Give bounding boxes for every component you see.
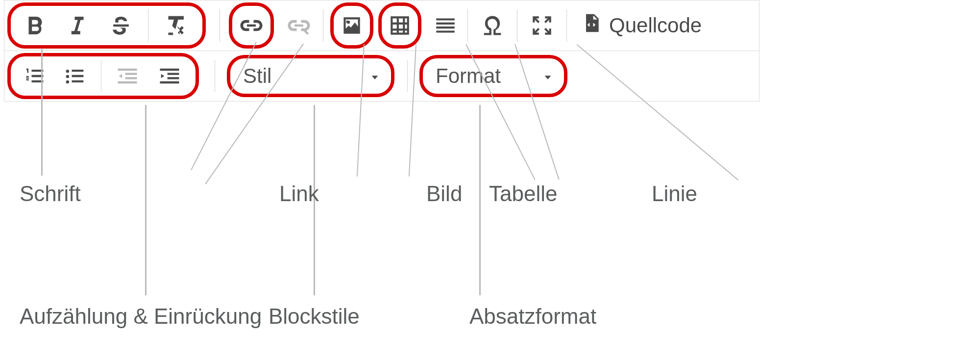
unordered-list-button[interactable] — [54, 58, 96, 94]
chevron-down-icon — [542, 64, 553, 88]
unlink-button[interactable] — [280, 8, 318, 43]
style-dropdown-label: Stil — [243, 64, 271, 88]
format-dropdown[interactable]: Format — [419, 55, 567, 97]
annotation-schrift: Schrift — [20, 181, 81, 206]
italic-button[interactable] — [55, 8, 99, 43]
separator — [101, 60, 101, 92]
list-indent-group — [7, 53, 199, 99]
separator — [517, 9, 517, 42]
image-group — [330, 2, 373, 49]
unordered-list-icon — [62, 63, 88, 89]
diagram-stage: Quellcode — [0, 0, 980, 337]
outdent-button[interactable] — [106, 58, 148, 94]
leader-line — [145, 105, 147, 295]
separator — [148, 9, 148, 42]
maximize-icon — [530, 13, 554, 38]
maximize-button[interactable] — [522, 8, 562, 43]
toolbar-row-2: Stil Format — [4, 51, 759, 101]
annotation-absatzformat: Absatzformat — [469, 304, 596, 329]
outdent-icon — [115, 63, 140, 89]
strikethrough-button[interactable] — [99, 8, 143, 43]
italic-icon — [64, 12, 90, 39]
remove-format-button[interactable] — [153, 8, 197, 43]
source-icon — [581, 12, 602, 39]
annotation-tabelle: Tabelle — [489, 181, 557, 206]
indent-button[interactable] — [148, 58, 191, 94]
image-icon — [340, 13, 364, 38]
format-dropdown-label: Format — [436, 64, 501, 88]
table-button[interactable] — [385, 8, 415, 43]
link-icon — [238, 12, 265, 39]
indent-icon — [157, 63, 182, 89]
annotation-bild: Bild — [426, 181, 462, 206]
annotation-linie: Linie — [652, 181, 697, 206]
annotation-blockstile: Blockstile — [269, 304, 360, 329]
leader-line — [41, 49, 43, 176]
toolbar-row-1: Quellcode — [4, 0, 759, 51]
horizontal-rule-button[interactable] — [428, 8, 463, 43]
special-char-button[interactable] — [473, 8, 512, 43]
separator — [220, 9, 220, 42]
bold-icon — [22, 12, 49, 39]
special-char-icon — [480, 13, 505, 38]
link-button[interactable] — [235, 8, 268, 43]
strikethrough-icon — [108, 12, 134, 39]
unlink-icon — [286, 12, 312, 39]
separator — [407, 60, 408, 92]
annotation-aufzaehlung: Aufzählung & Einrückung — [20, 304, 262, 329]
source-button-label: Quellcode — [609, 14, 702, 37]
separator — [215, 60, 215, 92]
horizontal-rule-icon — [433, 13, 458, 38]
separator — [467, 9, 468, 42]
leader-line — [479, 105, 481, 295]
source-button[interactable]: Quellcode — [572, 12, 710, 39]
link-group — [229, 2, 274, 49]
style-dropdown[interactable]: Stil — [227, 55, 394, 97]
table-group — [378, 2, 421, 49]
ordered-list-button[interactable] — [16, 58, 54, 94]
remove-format-icon — [161, 11, 190, 40]
font-style-group — [7, 2, 206, 49]
editor-toolbar: Quellcode — [4, 0, 760, 102]
ordered-list-icon — [22, 63, 48, 89]
annotation-link: Link — [279, 181, 319, 206]
separator — [566, 9, 567, 42]
separator — [323, 9, 323, 42]
table-icon — [388, 13, 412, 38]
chevron-down-icon — [369, 64, 380, 88]
image-button[interactable] — [337, 8, 367, 43]
bold-button[interactable] — [16, 8, 55, 43]
